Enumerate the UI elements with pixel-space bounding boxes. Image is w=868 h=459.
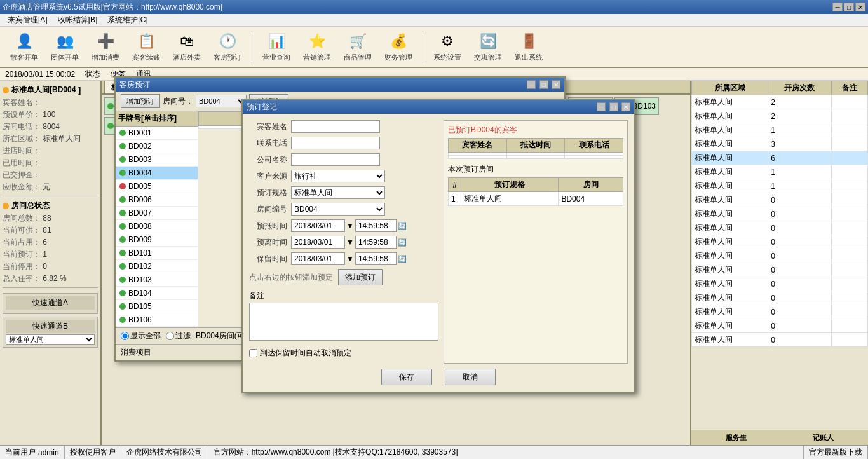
depart-date-input[interactable]: 2018/03/01 (291, 236, 345, 249)
hold-date-dropdown[interactable]: ▼ (346, 254, 354, 263)
right-table-row[interactable]: 标准单人间0 (692, 291, 868, 305)
right-table-row[interactable]: 标准单人间0 (692, 207, 868, 221)
menu-checkout[interactable]: 收帐结算[B] (53, 13, 103, 27)
datetime-display: 2018/03/01 15:00:02 (5, 70, 75, 79)
guest-list-room-BD103[interactable]: BD103 (116, 273, 198, 287)
guest-list-dot-BD001 (119, 130, 126, 136)
toolbar-reservation[interactable]: 🕐 客房预订 (208, 29, 247, 65)
filter-radio[interactable] (166, 332, 174, 340)
arrive-date-input[interactable]: 2018/03/01 (291, 219, 345, 232)
guest-list-room-BD101[interactable]: BD101 (116, 247, 198, 260)
guest-list-room-BD003[interactable]: BD003 (116, 153, 198, 167)
guest-list-room-BD002[interactable]: BD002 (116, 140, 198, 153)
toolbar-checkin[interactable]: 👤 散客开单 (5, 29, 43, 65)
guest-window-maximize[interactable]: □ (539, 80, 548, 89)
toolbar-biz-query[interactable]: 📊 营业查询 (257, 29, 295, 65)
guest-list-room-BD104[interactable]: BD104 (116, 287, 198, 300)
right-table-row[interactable]: 标准单人间0 (692, 221, 868, 235)
room-number-select[interactable]: BD004 (291, 203, 385, 216)
room-dot-BD001 (107, 103, 114, 109)
guest-list-room-BD007[interactable]: BD007 (116, 207, 198, 220)
guest-name-input[interactable] (291, 120, 380, 133)
right-table-row[interactable]: 标准单人间2 (692, 95, 868, 109)
depart-time-input[interactable]: 14:59:58 (355, 236, 397, 249)
booking-maximize[interactable]: □ (609, 102, 618, 111)
arrive-time-btn[interactable]: 🔄 (398, 222, 407, 230)
right-table-row[interactable]: 标准单人间6 (692, 151, 868, 165)
toolbar-renew-account[interactable]: 📋 宾客续账 (127, 29, 165, 65)
guest-list-room-BD005[interactable]: BD005 (116, 180, 198, 193)
right-table-row[interactable]: 标准单人间0 (692, 333, 868, 347)
right-table-row[interactable]: 标准单人间0 (692, 193, 868, 207)
toolbar-finance[interactable]: 💰 财务管理 (379, 29, 417, 65)
add-reservation-btn[interactable]: 增加预订 (121, 94, 160, 108)
guest-list-room-BD107[interactable]: BD107 (116, 327, 198, 327)
right-table-row[interactable]: 标准单人间0 (692, 319, 868, 333)
right-table-row[interactable]: 标准单人间0 (692, 277, 868, 291)
save-button[interactable]: 保存 (381, 369, 432, 385)
guest-list-room-BD008[interactable]: BD008 (116, 220, 198, 233)
booking-minimize[interactable]: ─ (597, 102, 606, 111)
toolbar-add-consume[interactable]: ➕ 增加消费 (86, 29, 125, 65)
company-form-label: 公司名称 (249, 154, 287, 165)
toolbar-settings[interactable]: ⚙ 系统设置 (428, 29, 466, 65)
right-table-row[interactable]: 标准单人间0 (692, 235, 868, 249)
goods-label: 商品管理 (344, 53, 372, 62)
right-table-row[interactable]: 标准单人间2 (692, 109, 868, 123)
auto-cancel-checkbox[interactable] (249, 349, 257, 357)
hold-time-btn[interactable]: 🔄 (398, 255, 407, 263)
guest-list-room-BD006[interactable]: BD006 (116, 193, 198, 207)
guest-list-room-BD102[interactable]: BD102 (116, 260, 198, 273)
guest-name-label: 宾客姓名： (3, 98, 41, 107)
right-table-row[interactable]: 标准单人间0 (692, 249, 868, 263)
add-booking-btn[interactable]: 添加预订 (338, 269, 383, 285)
menu-system[interactable]: 系统维护[C] (102, 13, 153, 27)
booking-close[interactable]: ✕ (621, 102, 630, 111)
menu-guest-mgmt[interactable]: 来宾管理[A] (3, 13, 53, 27)
toolbar-shift[interactable]: 🔄 交班管理 (469, 29, 507, 65)
arrive-date-dropdown[interactable]: ▼ (346, 221, 354, 230)
room-type-select[interactable]: 标准单人间 (291, 186, 385, 199)
source-select[interactable]: 旅行社 (291, 170, 385, 182)
hold-time-input[interactable]: 14:59:58 (355, 252, 397, 265)
arrive-time-input[interactable]: 14:59:58 (355, 219, 397, 232)
channel-b-select[interactable]: 标准单人间 (6, 334, 95, 345)
guest-list-room-BD009[interactable]: BD009 (116, 233, 198, 247)
depart-time-btn[interactable]: 🔄 (398, 238, 407, 247)
right-table-row[interactable]: 标准单人间0 (692, 263, 868, 277)
room-num-select-guest[interactable]: BD004 (196, 95, 247, 107)
notes-textarea[interactable] (249, 303, 438, 341)
depart-date-dropdown[interactable]: ▼ (346, 238, 354, 247)
guest-list-room-BD105[interactable]: BD105 (116, 300, 198, 313)
toolbar-exit[interactable]: 🚪 退出系统 (510, 29, 548, 65)
guest-list-room-BD001[interactable]: BD001 (116, 127, 198, 140)
right-table-row[interactable]: 标准单人间1 (692, 165, 868, 179)
guest-window-close[interactable]: ✕ (552, 80, 560, 89)
company-input[interactable] (291, 153, 380, 166)
filter-option[interactable]: 过滤 (166, 331, 191, 341)
right-table-row[interactable]: 标准单人间1 (692, 123, 868, 137)
toolbar-marketing[interactable]: ⭐ 营销管理 (298, 29, 336, 65)
show-all-option[interactable]: 显示全部 (121, 331, 161, 341)
status-download-section[interactable]: 官方最新版下载 (804, 446, 868, 459)
guest-window-minimize[interactable]: ─ (527, 80, 536, 89)
phone-input[interactable] (291, 137, 380, 149)
toolbar-takeout[interactable]: 🛍 酒店外卖 (168, 29, 206, 65)
show-all-radio[interactable] (121, 332, 129, 340)
minimize-button[interactable]: ─ (832, 3, 843, 11)
right-table-row[interactable]: 标准单人间3 (692, 137, 868, 151)
toolbar-goods[interactable]: 🛒 商品管理 (339, 29, 377, 65)
guest-list-room-BD106[interactable]: BD106 (116, 313, 198, 327)
cancel-button[interactable]: 取消 (445, 369, 496, 385)
status-tab[interactable]: 状态 (85, 69, 100, 79)
close-button[interactable]: ✕ (855, 3, 865, 11)
hold-date-input[interactable]: 2018/03/01 (291, 252, 345, 265)
toolbar-group-checkin[interactable]: 👥 团体开单 (46, 29, 84, 65)
maximize-button[interactable]: □ (844, 3, 854, 11)
guest-list-dot-BD002 (119, 143, 126, 149)
right-table-row[interactable]: 标准单人间1 (692, 179, 868, 193)
website-info: 官方网站：http://www.qh8000.com [技术支持QQ:17218… (214, 447, 458, 458)
guest-list-room-BD004[interactable]: BD004 (116, 167, 198, 180)
right-table-row[interactable]: 标准单人间0 (692, 305, 868, 319)
current-user-value: admin (38, 448, 59, 457)
